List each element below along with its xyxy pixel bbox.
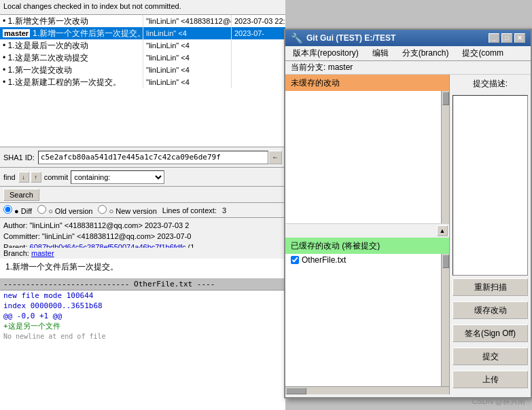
sha-label: SHA1 ID: — [3, 153, 35, 162]
unstaged-list[interactable] — [285, 91, 449, 224]
branch-label: Branch: — [3, 249, 29, 257]
diff-radio-label[interactable]: ● Diff — [3, 205, 32, 215]
search-bar: Search — [0, 187, 285, 203]
commit-list[interactable]: • 1.新增文件第一次改动"linLinLin" <418838112@qq.c… — [0, 15, 285, 147]
menu-commit[interactable]: 提交(comm — [458, 46, 508, 60]
commit-list-item[interactable]: • 1.第一次提交改动"linLinLin" <4 — [0, 64, 285, 76]
git-gui-body: 未缓存的改动 ▲ 已缓存的改动 (将被提交) OtherFile.txt — [285, 75, 531, 394]
git-gui-panel: 🔧 Git Gui (TEST) E:/TEST _ □ ✕ 版本库(repos… — [284, 29, 532, 398]
diff-body: 1.新增一个文件后第一次提交。 — [0, 259, 285, 278]
branch-name-link[interactable]: master — [31, 249, 54, 257]
stage-arrow-area: ▲ — [285, 224, 449, 238]
lines-value: 3 — [222, 206, 226, 215]
staged-scroll-thumb[interactable] — [442, 255, 449, 268]
diff-added-line: +这是另一个文件 — [0, 321, 285, 331]
branch-info-text: 当前分支: master — [291, 62, 353, 73]
new-version-radio-label[interactable]: ○ New version — [98, 205, 156, 215]
close-button[interactable]: ✕ — [514, 33, 525, 43]
info-bar: Local changes checked in to index but no… — [0, 0, 285, 15]
menu-branch[interactable]: 分支(branch) — [398, 46, 453, 60]
push-button[interactable]: 上传 — [453, 371, 528, 388]
staged-file-name: OtherFile.txt — [302, 255, 346, 265]
find-down-button[interactable]: ↓ — [18, 172, 29, 183]
find-label: find — [3, 173, 16, 181]
find-type: commit — [44, 173, 68, 181]
diff-radio[interactable] — [3, 205, 12, 214]
options-bar: ● Diff ○ Old version ○ New version Lines… — [0, 203, 285, 218]
commit-list-item[interactable]: • 1.新增文件第一次改动"linLinLin" <418838112@qq.c… — [0, 15, 285, 27]
unstaged-scroll-thumb[interactable] — [442, 92, 449, 105]
commit-button[interactable]: 提交 — [453, 348, 528, 365]
bottom-scroll-thumb[interactable] — [286, 388, 306, 394]
find-area: find ↓ ↑ commit containing: touching pat… — [0, 168, 285, 187]
info-text: Local changes checked in to index but no… — [3, 2, 181, 10]
staged-list[interactable]: OtherFile.txt — [285, 254, 449, 386]
title-controls: _ □ ✕ — [489, 33, 525, 43]
maximize-button[interactable]: □ — [501, 33, 512, 43]
diff-no-newline: No newline at end of file — [0, 331, 285, 341]
commit-list-item[interactable]: • 1.这是第二次改动提交"linLinLin" <4 — [0, 52, 285, 64]
minimize-button[interactable]: _ — [489, 33, 499, 43]
stage-button[interactable]: 缓存改动 — [453, 301, 528, 319]
diff-content[interactable]: 1.新增一个文件后第一次提交。 ------------------------… — [0, 259, 285, 410]
branch-line: Branch: master — [3, 248, 282, 259]
git-gui-titlebar: 🔧 Git Gui (TEST) E:/TEST _ □ ✕ — [285, 30, 531, 46]
unstaged-scrollbar[interactable] — [441, 91, 449, 223]
commit-desc-label: 提交描述: — [453, 78, 528, 90]
commit-textarea[interactable] — [453, 95, 528, 276]
staged-label: 已缓存的改动 (将被提交) — [291, 240, 380, 252]
staged-header: 已缓存的改动 (将被提交) — [285, 238, 449, 254]
commit-message: 1.新增一个文件后第一次提交。 — [5, 261, 280, 273]
git-gui-icon: 🔧 — [291, 33, 302, 43]
diff-range-line: @@ -0,0 +1 @@ — [0, 311, 285, 321]
staged-scrollbar[interactable] — [441, 254, 449, 386]
diff-file-header: ---------------------------- OtherFile.t… — [0, 278, 285, 291]
lines-label: Lines of context: — [162, 206, 217, 215]
bottom-scrollbar[interactable] — [285, 386, 449, 394]
unstaged-header: 未缓存的改动 — [285, 75, 449, 91]
branch-info-bar: 当前分支: master — [285, 61, 531, 75]
watermark: CSDN @林兴南 — [472, 396, 525, 407]
author-line: Author: "linLinLin" <418838112@qq.com> 2… — [3, 220, 282, 231]
git-gui-menubar: 版本库(repository) 编辑 分支(branch) 提交(comm — [285, 46, 531, 61]
commit-list-item[interactable]: master1.新增一个文件后第一次提交。linLinLin" <42023-0… — [0, 27, 285, 39]
sha-input[interactable] — [38, 151, 268, 164]
sha-area: SHA1 ID: ← — [0, 147, 285, 168]
diff-new-file-mode: new file mode 100644 — [0, 291, 285, 301]
new-version-radio[interactable] — [98, 205, 107, 214]
staged-file-checkbox[interactable] — [291, 256, 299, 264]
unstaged-label: 未缓存的改动 — [291, 77, 340, 89]
sha-back-button[interactable]: ← — [268, 151, 282, 164]
committer-line: Committer: "linLinLin" <418838112@qq.com… — [3, 231, 282, 242]
diff-index-line: index 0000000..3651b68 — [0, 301, 285, 311]
git-gui-title: Git Gui (TEST) E:/TEST — [306, 33, 395, 43]
staged-file-item[interactable]: OtherFile.txt — [285, 254, 449, 266]
git-gui-left-panel: 未缓存的改动 ▲ 已缓存的改动 (将被提交) OtherFile.txt — [285, 75, 449, 394]
commit-list-item[interactable]: • 1.这是最后一次的改动"linLinLin" <4 — [0, 39, 285, 52]
find-up-button[interactable]: ↑ — [31, 172, 41, 183]
old-version-radio[interactable] — [37, 205, 46, 214]
search-button[interactable]: Search — [3, 189, 39, 201]
old-version-radio-label[interactable]: ○ Old version — [37, 205, 92, 215]
find-select[interactable]: containing: touching paths: adding/remov… — [71, 170, 164, 184]
rescan-button[interactable]: 重新扫描 — [453, 278, 528, 296]
git-gui-right-panel: 提交描述: 重新扫描 缓存改动 签名(Sign Off) 提交 上传 — [449, 75, 531, 394]
signoff-button[interactable]: 签名(Sign Off) — [453, 324, 528, 342]
menu-repository[interactable]: 版本库(repository) — [289, 46, 363, 60]
commit-list-item[interactable]: • 1.这是新建工程的第一次提交。"linLinLin" <4 — [0, 76, 285, 88]
menu-edit[interactable]: 编辑 — [368, 46, 393, 60]
stage-up-arrow-button[interactable]: ▲ — [437, 225, 448, 236]
find-arrow-group: ↓ ↑ — [18, 172, 41, 183]
